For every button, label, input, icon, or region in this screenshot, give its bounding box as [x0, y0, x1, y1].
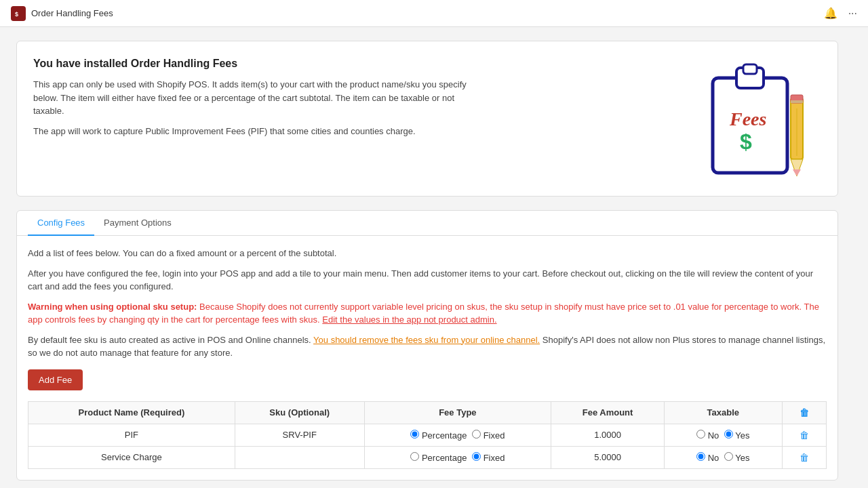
table-row: PIF SRV-PIF Percentage Fixed 1.0000 [28, 424, 827, 446]
main-content: You have installed Order Handling Fees T… [0, 27, 854, 488]
row2-percentage-label[interactable]: Percentage [410, 453, 469, 463]
top-bar-right: 🔔 ··· [824, 7, 857, 20]
row1-fee-amount: 1.0000 [551, 424, 664, 446]
table-row: Service Charge Percentage Fixed 5.0000 [28, 446, 827, 468]
top-bar: $ Order Handling Fees 🔔 ··· [0, 0, 868, 27]
table-header-row: Product Name (Required) Sku (Optional) F… [28, 401, 827, 424]
row2-yes-radio[interactable] [724, 452, 733, 461]
row1-sku: SRV-PIF [235, 424, 364, 446]
delete-header-icon: 🗑 [800, 407, 809, 418]
col-delete: 🗑 [782, 401, 826, 424]
warning-link[interactable]: Edit the values in the app not product a… [322, 314, 496, 325]
info-card-text: You have installed Order Handling Fees T… [33, 58, 467, 144]
svg-text:Fees: Fees [729, 108, 767, 129]
tabs-container: Config Fees Payment Options Add a list o… [16, 210, 838, 481]
row2-no-label[interactable]: No [696, 453, 722, 463]
svg-rect-4 [743, 64, 757, 74]
tab-config-fees[interactable]: Config Fees [28, 211, 94, 236]
row2-yes-label[interactable]: Yes [724, 453, 750, 463]
more-icon[interactable]: ··· [848, 7, 857, 20]
row2-sku [235, 446, 364, 468]
notification-icon[interactable]: 🔔 [824, 7, 837, 20]
row1-taxable: No Yes [665, 424, 782, 446]
col-fee-amount: Fee Amount [551, 401, 664, 424]
row1-no-label[interactable]: No [696, 430, 722, 441]
row1-fee-type: Percentage Fixed [364, 424, 551, 446]
tabs-header: Config Fees Payment Options [17, 211, 837, 236]
col-sku: Sku (Optional) [235, 401, 364, 424]
svg-text:$: $ [740, 129, 752, 154]
desc2: After you have configured the fee, login… [28, 267, 827, 293]
row1-delete-cell: 🗑 [782, 424, 826, 446]
col-taxable: Taxable [665, 401, 782, 424]
app-title: Order Handling Fees [31, 8, 113, 18]
row1-percentage-label[interactable]: Percentage [410, 430, 469, 441]
info-card-image: Fees $ [699, 58, 821, 180]
desc1: Add a list of fees below. You can do a f… [28, 247, 827, 260]
warning-text: Warning when using optional sku setup: B… [28, 300, 827, 327]
info-link[interactable]: You should remove the fees sku from your… [313, 335, 540, 345]
row1-yes-label[interactable]: Yes [724, 430, 750, 441]
row2-fee-amount: 5.0000 [551, 446, 664, 468]
row1-delete-button[interactable]: 🗑 [800, 430, 809, 441]
info-card-heading: You have installed Order Handling Fees [33, 58, 467, 70]
row2-percentage-radio[interactable] [410, 452, 419, 461]
row1-percentage-radio[interactable] [410, 430, 419, 439]
tab-config-fees-content: Add a list of fees below. You can do a f… [17, 236, 837, 480]
info-card-para1: This app can only be used with Shopify P… [33, 78, 467, 118]
row2-fee-type: Percentage Fixed [364, 446, 551, 468]
app-logo: $ [11, 6, 26, 21]
row2-no-radio[interactable] [696, 452, 705, 461]
info-card: You have installed Order Handling Fees T… [16, 41, 838, 197]
row2-product-name: Service Charge [28, 446, 235, 468]
row2-fixed-label[interactable]: Fixed [472, 453, 505, 463]
svg-text:$: $ [15, 11, 18, 18]
row1-fixed-radio[interactable] [472, 430, 481, 439]
info-text-before: By default fee sku is auto created as ac… [28, 335, 313, 345]
col-fee-type: Fee Type [364, 401, 551, 424]
fees-table: Product Name (Required) Sku (Optional) F… [28, 401, 827, 469]
svg-rect-11 [791, 100, 803, 103]
info-text: By default fee sku is auto created as ac… [28, 333, 827, 360]
info-card-para2: The app will work to capture Public Impr… [33, 125, 467, 138]
add-fee-button[interactable]: Add Fee [28, 369, 83, 390]
row2-delete-button[interactable]: 🗑 [800, 452, 809, 463]
row1-product-name: PIF [28, 424, 235, 446]
row2-taxable: No Yes [665, 446, 782, 468]
row2-delete-cell: 🗑 [782, 446, 826, 468]
row1-yes-radio[interactable] [724, 430, 733, 439]
col-product-name: Product Name (Required) [28, 401, 235, 424]
top-bar-left: $ Order Handling Fees [11, 6, 113, 21]
tab-payment-options[interactable]: Payment Options [94, 211, 181, 236]
row1-no-radio[interactable] [696, 430, 705, 439]
row2-fixed-radio[interactable] [472, 452, 481, 461]
svg-marker-9 [793, 169, 801, 176]
row1-fixed-label[interactable]: Fixed [472, 430, 505, 441]
